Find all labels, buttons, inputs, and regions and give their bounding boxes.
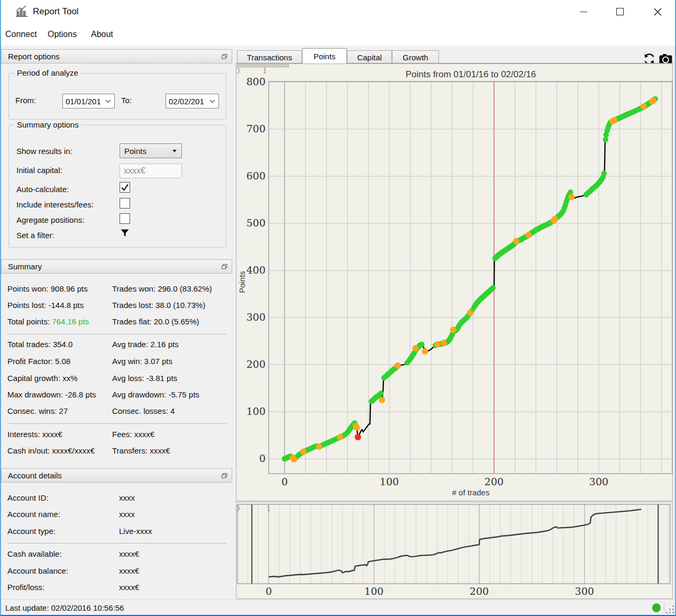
maximize-button[interactable] — [608, 1, 632, 22]
float-panel-icon[interactable] — [222, 473, 227, 478]
points-chart-pane[interactable]: 01002003004005006007008000100200300Point… — [236, 64, 673, 501]
divider — [7, 543, 226, 543]
minimize-icon — [580, 12, 587, 12]
account-id-label: Account ID: — [7, 493, 49, 502]
svg-text:100: 100 — [246, 405, 266, 417]
avg-drawdown-stat: Avg drawdown: -5.75 pts — [112, 390, 199, 399]
show-results-combobox[interactable]: Points — [120, 143, 182, 158]
chevron-down-icon — [105, 99, 111, 103]
svg-text:200: 200 — [246, 358, 266, 370]
close-button[interactable] — [645, 1, 670, 22]
svg-text:# of trades: # of trades — [452, 488, 490, 497]
svg-text:200: 200 — [485, 476, 504, 487]
aggregate-positions-label: Agregate positions: — [16, 215, 84, 224]
trades-flat-stat: Trades flat: 20.0 (5.65%) — [112, 317, 199, 326]
svg-text:100: 100 — [364, 585, 383, 597]
float-panel-icon[interactable] — [222, 264, 227, 269]
report-options-header: Report options — [1, 49, 232, 64]
svg-text:Points: Points — [237, 271, 246, 293]
account-name-value: xxxx — [119, 510, 135, 519]
points-won-stat: Points won: 908.96 pts — [7, 284, 88, 293]
svg-text:0: 0 — [266, 585, 272, 597]
svg-text:100: 100 — [380, 476, 399, 487]
cash-inout-stat: Cash in/out: xxxx€/xxxx€ — [7, 446, 95, 455]
tab-points[interactable]: Points — [302, 48, 347, 64]
trades-lost-stat: Trades lost: 38.0 (10.73%) — [112, 301, 205, 310]
svg-text:800: 800 — [246, 76, 266, 87]
report-options-title: Report options — [8, 52, 60, 61]
menu-about[interactable]: About — [88, 26, 116, 42]
overview-chart[interactable]: 010020030001 — [236, 502, 673, 600]
tab-growth[interactable]: Growth — [392, 50, 439, 64]
account-type-label: Account type: — [7, 527, 56, 536]
auto-calculate-label: Auto-calculate: — [16, 185, 69, 194]
from-date-combobox[interactable]: 01/01/201 — [62, 94, 115, 108]
account-name-label: Account name: — [7, 510, 60, 519]
window-title: Report Tool — [33, 6, 79, 17]
svg-text:200: 200 — [470, 585, 489, 597]
summary-options-group: Summary options Show results in: Points … — [8, 125, 226, 248]
consec-wins-stat: Consec. wins: 27 — [7, 406, 68, 415]
maximize-icon — [616, 8, 624, 15]
cash-available-value: xxxx€ — [119, 549, 139, 558]
period-group-title: Period of analyze — [14, 68, 81, 77]
svg-text:300: 300 — [589, 476, 608, 487]
svg-text:700: 700 — [246, 123, 266, 134]
tab-capital[interactable]: Capital — [347, 50, 392, 64]
dropdown-arrow-icon — [172, 150, 177, 152]
initial-capital-field[interactable]: xxxx€ — [120, 164, 182, 178]
total-points-value: 764.16 pts — [52, 317, 89, 326]
transfers-stat: Transfers: xxxx€ — [112, 446, 170, 455]
menubar: Connect Options About — [0, 23, 676, 46]
svg-text:300: 300 — [246, 311, 266, 323]
fees-stat: Fees: xxxx€ — [112, 430, 154, 439]
account-id-value: xxxx — [119, 493, 135, 502]
last-update-text: Last update: 02/02/2016 10:56:56 — [5, 603, 124, 612]
account-details-title: Account details — [8, 471, 62, 480]
to-date-combobox[interactable]: 02/02/201 — [166, 94, 219, 108]
overview-chart-pane[interactable]: 010020030001 — [236, 502, 673, 599]
divider — [7, 334, 226, 334]
filter-button[interactable] — [121, 229, 129, 237]
svg-text:1: 1 — [262, 66, 268, 76]
avg-win-stat: Avg win: 3.07 pts — [112, 357, 172, 366]
points-chart[interactable]: 01002003004005006007008000100200300Point… — [236, 64, 673, 502]
summary-header: Summary — [1, 259, 232, 274]
float-panel-icon[interactable] — [222, 54, 227, 59]
svg-text:600: 600 — [246, 170, 266, 182]
auto-calculate-checkbox[interactable] — [120, 182, 130, 193]
minimize-button[interactable] — [571, 1, 596, 22]
summary-title: Summary — [8, 262, 42, 271]
include-fees-label: Include interests/fees: — [16, 200, 94, 209]
account-details-header: Account details — [1, 468, 232, 483]
menu-connect[interactable]: Connect — [2, 26, 40, 42]
account-balance-label: Account balance: — [7, 566, 68, 575]
menu-options[interactable]: Options — [44, 26, 80, 42]
max-drawdown-stat: Max drawdown: -26.8 pts — [7, 390, 96, 399]
points-lost-stat: Points lost: -144.8 pts — [7, 301, 84, 310]
to-label: To: — [121, 96, 132, 105]
svg-text:300: 300 — [575, 585, 594, 597]
show-results-value: Points — [124, 147, 147, 156]
svg-text:500: 500 — [246, 217, 266, 229]
account-type-value: Live-xxxx — [119, 527, 152, 536]
statusbar-separator — [664, 602, 664, 613]
svg-text:0: 0 — [236, 504, 240, 513]
collapsed-splitter-handle[interactable] — [237, 65, 289, 67]
connection-status-icon — [652, 603, 661, 613]
include-fees-checkbox[interactable] — [120, 198, 130, 209]
trades-won-stat: Trades won: 296.0 (83.62%) — [112, 284, 212, 293]
avg-loss-stat: Avg loss: -3.81 pts — [112, 374, 177, 383]
interests-stat: Interests: xxxx€ — [7, 430, 62, 439]
svg-text:0: 0 — [236, 66, 240, 76]
svg-text:Points from 01/01/16 to 02/02/: Points from 01/01/16 to 02/02/16 — [406, 69, 536, 79]
resize-grip[interactable] — [665, 605, 675, 614]
checkmark-icon — [120, 183, 130, 192]
tab-transactions[interactable]: Transactions — [237, 50, 302, 64]
profit-factor-stat: Profit Factor: 5.08 — [7, 357, 70, 366]
statusbar: Last update: 02/02/2016 10:56:56 — [0, 599, 676, 616]
cash-available-label: Cash available: — [7, 549, 62, 558]
consec-losses-stat: Consec. losses: 4 — [112, 406, 175, 415]
profit-loss-value: xxxx€ — [119, 583, 139, 592]
aggregate-positions-checkbox[interactable] — [120, 213, 130, 224]
